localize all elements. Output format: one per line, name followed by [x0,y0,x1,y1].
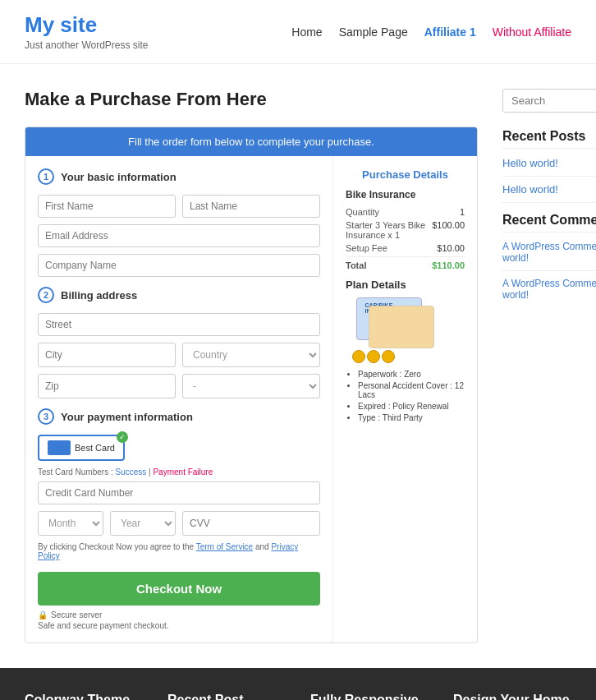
site-tagline: Just another WordPress site [25,39,149,51]
test-card-success-link[interactable]: Success [115,467,146,477]
name-row [38,195,320,218]
cc-row [38,481,320,504]
plan-features-list: Paperwork : Zero Personal Accident Cover… [346,370,465,422]
terms-text: By clicking Checkout Now you agree to th… [38,542,320,560]
feature-3: Expired : Policy Renewal [358,402,465,411]
secure-badge: 🔒 Secure server [38,610,320,619]
month-select[interactable]: Month [38,511,103,536]
quantity-row: Quantity 1 [346,207,465,217]
section2-title: 2 Billing address [38,287,320,303]
main-content: Make a Purchase From Here Fill the order… [0,64,596,668]
test-card-info: Test Card Numbers : Success | Payment Fa… [38,467,320,477]
plan-title: Plan Details [346,279,465,291]
secure-text: Safe and secure payment checkout. [38,621,320,630]
commenter-link-1[interactable]: A WordPress Commenter [502,241,596,252]
nav-home[interactable]: Home [291,25,322,39]
site-title: My site [25,12,149,38]
comment-2: A WordPress Commenter on Hello world! [502,278,596,301]
form-body: 1 Your basic information [25,156,477,642]
feature-2: Personal Accident Cover : 12 Lacs [358,381,465,399]
cvv-input[interactable] [182,511,320,536]
recent-comments-title: Recent Comments [502,213,596,233]
page-title: Make a Purchase From Here [25,89,478,110]
company-row [38,254,320,277]
order-form: Fill the order form below to complete yo… [25,127,478,643]
section1-num: 1 [38,168,54,185]
company-input[interactable] [38,254,320,277]
divider-2 [502,202,596,203]
email-input[interactable] [38,224,320,247]
feature-4: Type : Third Party [358,413,465,422]
zip-input[interactable] [38,374,176,398]
commenter-link-2[interactable]: A WordPress Commenter [502,278,596,289]
content-area: Make a Purchase From Here Fill the order… [25,89,478,643]
comment-1: A WordPress Commenter on Hello world! [502,241,596,264]
feature-1: Paperwork : Zero [358,370,465,379]
city-country-row: Country [38,343,320,367]
footer-col2-title: Recent Post [167,693,286,700]
footer-col1-title: Colorway Theme [25,693,143,700]
street-input[interactable] [38,313,320,336]
card-front [369,306,434,348]
footer-col4-title: Design Your Home [453,693,571,700]
year-select[interactable]: Year [110,511,176,536]
test-card-failure-link[interactable]: Payment Failure [153,467,213,477]
check-icon: ✓ [117,431,128,443]
section3-num: 3 [38,408,54,425]
section1-title: 1 Your basic information [38,168,320,185]
divider-1 [502,176,596,177]
form-left: 1 Your basic information [25,156,333,642]
search-box: 🔍 [502,89,596,113]
insurance-image: CAR/BIKE INSURANCE [352,297,459,363]
purchase-details: Purchase Details Bike Insurance Quantity… [333,156,477,642]
card-details-row: Month Year [38,511,320,536]
main-nav: Home Sample Page Affiliate 1 Without Aff… [291,25,571,39]
first-name-input[interactable] [38,195,176,218]
footer-col-1: Colorway Theme Footer is widgetized. To … [25,693,143,700]
section3-title: 3 Your payment information [38,408,320,425]
product-name: Bike Insurance [346,189,465,200]
street-row [38,313,320,336]
nav-affiliate1[interactable]: Affiliate 1 [424,25,476,39]
sidebar: 🔍 Recent Posts Hello world! Hello world!… [502,89,596,643]
coins [352,350,395,363]
card-icon [48,440,71,455]
city-input[interactable] [38,343,176,367]
last-name-input[interactable] [182,195,320,218]
post-link-2[interactable]: Hello world! [502,183,596,196]
total-row: Total $110.00 [346,256,465,270]
footer-col-2: Recent Post Worth A Thousand Words Categ… [167,693,286,700]
search-input[interactable] [503,90,596,112]
zip-row: - [38,374,320,398]
divider-3 [502,270,596,271]
nav-sample-page[interactable]: Sample Page [339,25,408,39]
form-header-text: Fill the order form below to complete yo… [25,127,477,156]
email-row [38,224,320,247]
site-branding: My site Just another WordPress site [25,12,149,51]
card-option[interactable]: Best Card ✓ [38,435,125,461]
dash-select[interactable]: - [182,374,320,398]
post-link-1[interactable]: Hello world! [502,157,596,169]
purchase-title: Purchase Details [346,168,465,181]
terms-link[interactable]: Term of Service [196,542,253,551]
nav-without-affiliate[interactable]: Without Affiliate [493,25,571,39]
section2-num: 2 [38,287,54,303]
lock-icon: 🔒 [38,610,48,619]
footer-col3-title: Fully Responsive [310,693,429,700]
card-label: Best Card [75,443,115,453]
country-select[interactable]: Country [182,343,320,367]
checkout-button[interactable]: Checkout Now [38,572,320,606]
footer-col-4: Design Your Home Express your creativity… [453,693,571,700]
recent-posts-title: Recent Posts [502,129,596,149]
starter-row: Starter 3 Years Bike Insurance x 1 $100.… [346,220,465,240]
site-header: My site Just another WordPress site Home… [0,0,596,64]
setup-row: Setup Fee $10.00 [346,243,465,253]
credit-card-input[interactable] [38,481,320,504]
footer-col-3: Fully Responsive Colorway is a unique re… [310,693,429,700]
footer-main: Colorway Theme Footer is widgetized. To … [0,668,596,700]
